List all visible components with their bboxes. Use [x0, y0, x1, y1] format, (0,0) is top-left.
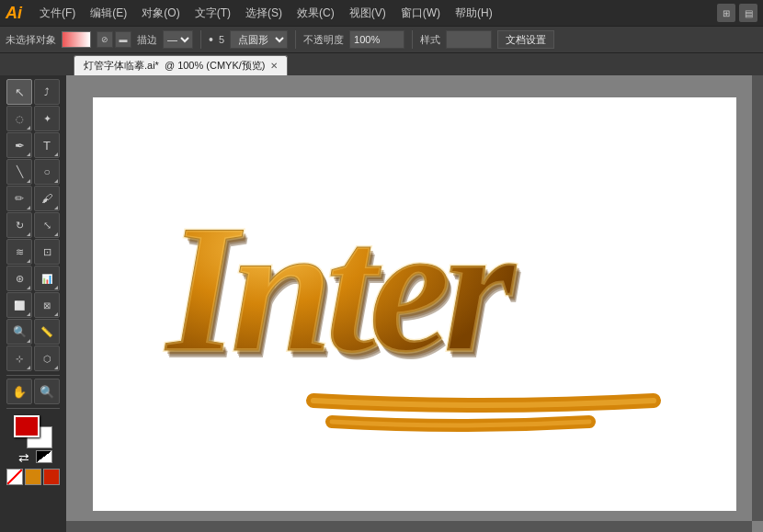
- no-color-box[interactable]: [6, 469, 23, 485]
- stroke-width-select[interactable]: —: [163, 30, 193, 49]
- tool-row-9: ⬜ ⊠: [6, 292, 60, 318]
- tool-row-1: ↖ ⤴: [6, 79, 60, 105]
- eyedropper-icon: 🔍: [13, 325, 27, 338]
- color-separator: [6, 408, 60, 409]
- stroke-solid-icon[interactable]: ▬: [115, 31, 131, 48]
- swap-colors-icon[interactable]: ⇄: [15, 450, 33, 465]
- cap-style-select[interactable]: 点圆形: [230, 30, 288, 49]
- main-area: ↖ ⤴ ◌ ✦ ✒ T: [0, 75, 763, 532]
- menu-edit[interactable]: 编辑(E): [84, 4, 133, 23]
- select-tool-button[interactable]: ↖: [6, 79, 32, 105]
- extra-colors-row: [6, 469, 60, 485]
- lasso-icon: ◌: [16, 114, 24, 124]
- options-bar: 未选择对象 ⊘ ▬ 描边 — • 5 点圆形 不透明度 样式 文档设置: [0, 26, 763, 53]
- app-logo: Ai: [6, 4, 22, 23]
- eyedropper-tool-button[interactable]: 🔍: [6, 319, 32, 345]
- red-color-box[interactable]: [43, 469, 60, 485]
- pen-tool-button[interactable]: ✒: [6, 132, 32, 158]
- scale-tool-button[interactable]: ⤡: [34, 212, 60, 238]
- style-label: 样式: [420, 33, 440, 47]
- line-tool-button[interactable]: ╲: [6, 159, 32, 185]
- color-section: ⇄: [6, 415, 60, 485]
- menu-select[interactable]: 选择(S): [239, 4, 289, 23]
- hand-tool-button[interactable]: ✋: [6, 379, 32, 404]
- workspace-switcher-icon[interactable]: ⊞: [717, 4, 735, 22]
- tool-row-4: ╲ ○: [6, 159, 60, 185]
- magic-wand-tool-button[interactable]: ✦: [34, 106, 60, 131]
- blend-tool-button[interactable]: ⊹: [6, 345, 32, 371]
- tab-bar: 灯管字体临摹.ai* @ 100% (CMYK/预览) ✕: [0, 53, 763, 75]
- artboard-tool-button[interactable]: ⬜: [6, 292, 32, 318]
- rotate-icon: ↻: [16, 220, 24, 232]
- menu-file[interactable]: 文件(F): [33, 4, 82, 23]
- tool-row-12: ✋ 🔍: [6, 379, 60, 404]
- style-preview[interactable]: [446, 30, 492, 49]
- vertical-scrollbar[interactable]: [752, 75, 763, 521]
- doc-settings-button[interactable]: 文档设置: [497, 30, 554, 49]
- foreground-color-box[interactable]: [14, 415, 40, 437]
- separator-1: [200, 30, 201, 49]
- menu-effect[interactable]: 效果(C): [290, 4, 341, 23]
- tool-row-8: ⊛ 📊: [6, 266, 60, 291]
- symbol-tool-button[interactable]: ⊛: [6, 266, 32, 291]
- measure-icon: 📏: [40, 326, 53, 338]
- stroke-style-icons: ⊘ ▬: [97, 31, 131, 48]
- color-stack: [14, 415, 52, 448]
- graph-tool-button[interactable]: 📊: [34, 266, 60, 291]
- lettering-artwork: Inter Inter Inter Inter Inter: [130, 130, 700, 479]
- pencil-tool-button[interactable]: ✏: [6, 186, 32, 211]
- lasso-tool-button[interactable]: ◌: [6, 106, 32, 131]
- direct-select-icon: ⤴: [44, 86, 50, 97]
- tool-row-7: ≋ ⊡: [6, 239, 60, 265]
- tool-row-6: ↻ ⤡: [6, 212, 60, 238]
- zoom-tool-button[interactable]: 🔍: [34, 379, 60, 404]
- ellipse-tool-button[interactable]: ○: [34, 159, 60, 185]
- tool-row-2: ◌ ✦: [6, 106, 60, 131]
- symbol-icon: ⊛: [16, 273, 24, 285]
- graph-icon: 📊: [41, 274, 52, 284]
- line-icon: ╲: [17, 165, 23, 178]
- direct-select-tool-button[interactable]: ⤴: [34, 79, 60, 105]
- tab-detail: @ 100% (CMYK/预览): [165, 59, 266, 73]
- svg-text:Inter: Inter: [165, 187, 517, 390]
- menu-window[interactable]: 窗口(W): [394, 4, 447, 23]
- select-icon: ↖: [15, 85, 25, 99]
- title-bar: Ai 文件(F) 编辑(E) 对象(O) 文字(T) 选择(S) 效果(C) 视…: [0, 0, 763, 26]
- menu-object[interactable]: 对象(O): [135, 4, 186, 23]
- canvas-area: Inter Inter Inter Inter Inter: [66, 75, 763, 532]
- menu-type[interactable]: 文字(T): [188, 4, 237, 23]
- paintbrush-icon: 🖌: [41, 192, 52, 205]
- horizontal-scrollbar[interactable]: [66, 521, 752, 532]
- free-transform-tool-button[interactable]: ⊡: [34, 239, 60, 265]
- point-icon: •: [209, 32, 213, 47]
- menu-view[interactable]: 视图(V): [343, 4, 393, 23]
- measure-tool-button[interactable]: 📏: [34, 319, 60, 345]
- color-icons-row: ⇄: [15, 450, 52, 465]
- stroke-color-preview[interactable]: [62, 31, 91, 48]
- rotate-tool-button[interactable]: ↻: [6, 212, 32, 238]
- type-tool-button[interactable]: T: [34, 132, 60, 158]
- menu-help[interactable]: 帮助(H): [449, 4, 499, 23]
- opacity-input[interactable]: [349, 30, 404, 49]
- zoom-icon: 🔍: [40, 385, 54, 399]
- magic-wand-icon: ✦: [43, 113, 51, 125]
- tab-filename: 灯管字体临摹.ai*: [84, 59, 159, 73]
- warp-tool-button[interactable]: ≋: [6, 239, 32, 265]
- paintbrush-tool-button[interactable]: 🖌: [34, 186, 60, 211]
- tool-row-11: ⊹ ⬡: [6, 345, 60, 371]
- document-tab[interactable]: 灯管字体临摹.ai* @ 100% (CMYK/预览) ✕: [74, 55, 288, 75]
- arrange-windows-icon[interactable]: ▤: [739, 4, 757, 22]
- opacity-label: 不透明度: [303, 33, 344, 47]
- tab-close-button[interactable]: ✕: [270, 61, 278, 71]
- separator-2: [295, 30, 296, 49]
- pencil-icon: ✏: [15, 192, 24, 205]
- default-colors-icon[interactable]: [36, 450, 52, 463]
- live-paint-tool-button[interactable]: ⬡: [34, 345, 60, 371]
- slice-tool-button[interactable]: ⊠: [34, 292, 60, 318]
- tool-row-10: 🔍 📏: [6, 319, 60, 345]
- orange-color-box[interactable]: [25, 469, 41, 485]
- title-bar-right: ⊞ ▤: [717, 4, 757, 22]
- stroke-width-value: 5: [219, 34, 224, 45]
- stroke-none-icon[interactable]: ⊘: [97, 31, 113, 48]
- artboard-icon: ⬜: [14, 300, 25, 311]
